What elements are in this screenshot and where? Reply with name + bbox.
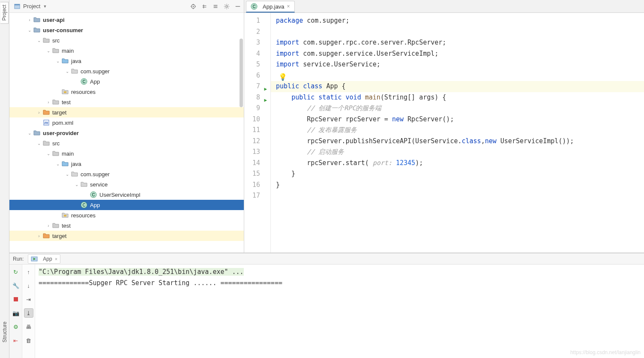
chevron-right-icon[interactable]: › xyxy=(45,223,51,228)
code-line[interactable]: import com.supger.service.UserServiceImp… xyxy=(276,48,644,60)
chevron-down-icon[interactable]: ⌄ xyxy=(27,131,33,135)
tree-row[interactable]: ›user-api xyxy=(9,15,244,25)
hide-icon[interactable] xyxy=(234,3,241,10)
editor-code[interactable]: 💡 package com.supger;import com.supger.r… xyxy=(271,13,644,253)
chevron-right-icon[interactable]: › xyxy=(45,100,51,105)
code-line[interactable]: rpcServer.start( port: 12345); xyxy=(276,158,644,169)
rail-tab-structure[interactable]: Structure xyxy=(1,319,9,345)
tree-row[interactable]: CApp xyxy=(9,200,244,210)
gutter-line[interactable]: 15 xyxy=(244,168,268,180)
chevron-down-icon[interactable]: ⌄ xyxy=(74,182,80,187)
tree-row[interactable]: ⌄java xyxy=(9,56,244,66)
gutter-line[interactable]: 12 xyxy=(244,136,268,147)
rerun-failed-icon[interactable]: ⚙ xyxy=(11,322,21,331)
gutter-line[interactable]: 7▶ xyxy=(244,81,268,92)
gutter-line[interactable]: 17 xyxy=(244,190,268,202)
chevron-down-icon[interactable]: ⌄ xyxy=(36,38,42,43)
chevron-down-icon[interactable]: ⌄ xyxy=(64,69,70,74)
rerun-button[interactable]: ↻ xyxy=(11,267,21,277)
rail-tab-project[interactable]: Project xyxy=(0,2,9,24)
code-line[interactable] xyxy=(276,27,644,38)
tree-row[interactable]: ⌄com.supger xyxy=(9,66,244,76)
scroll-to-end-icon[interactable]: ⤓ xyxy=(24,308,33,318)
gutter-line[interactable]: 10 xyxy=(244,114,268,125)
chevron-right-icon[interactable]: › xyxy=(27,18,33,22)
tree-row[interactable]: CUserServiceImpl xyxy=(9,190,244,200)
camera-icon[interactable]: 📷 xyxy=(11,308,21,318)
collapse-all-icon[interactable] xyxy=(212,3,219,10)
gear-icon[interactable] xyxy=(223,3,230,10)
gutter-line[interactable]: 6 xyxy=(244,70,268,81)
tree-row[interactable]: resources xyxy=(9,87,244,97)
code-line[interactable]: } xyxy=(276,180,644,191)
wrench-icon[interactable]: 🔧 xyxy=(11,281,21,290)
chevron-down-icon[interactable]: ⌄ xyxy=(45,48,51,53)
gutter-line[interactable]: 11 xyxy=(244,125,268,136)
gutter-line[interactable]: 13 xyxy=(244,147,268,158)
intention-bulb-icon[interactable]: 💡 xyxy=(279,72,287,83)
code-line[interactable]: public class App { xyxy=(271,81,644,92)
locate-icon[interactable] xyxy=(190,3,197,10)
code-line[interactable]: RpcServer rpcServer = new RpcServer(); xyxy=(276,114,644,125)
gutter-line[interactable]: 5 xyxy=(244,59,268,70)
code-line[interactable]: rpcServer.publishServiceAPI(UserService.… xyxy=(276,136,644,147)
gutter-line[interactable]: 1 xyxy=(244,15,268,27)
tree-row[interactable]: CApp xyxy=(9,76,244,87)
code-line[interactable]: } xyxy=(276,168,644,180)
editor-tab-app[interactable]: C App.java × xyxy=(246,1,295,13)
exit-icon[interactable]: ⇤ xyxy=(11,336,21,345)
project-tree[interactable]: ›user-api⌄user-consumer⌄src⌄main⌄java⌄co… xyxy=(9,13,244,253)
tree-row[interactable]: ⌄main xyxy=(9,45,244,56)
chevron-right-icon[interactable]: › xyxy=(36,234,42,238)
gutter-line[interactable]: 3 xyxy=(244,37,268,48)
gutter-line[interactable]: 14 xyxy=(244,158,268,169)
tree-row[interactable]: ⌄src xyxy=(9,35,244,45)
code-line[interactable]: import com.supger.rpc.core.server.RpcSer… xyxy=(276,37,644,48)
gutter-line[interactable]: 8▶ xyxy=(244,92,268,103)
code-line[interactable] xyxy=(276,190,644,202)
expand-all-icon[interactable] xyxy=(201,3,208,10)
tree-row[interactable]: ⌄service xyxy=(9,179,244,190)
close-icon[interactable]: × xyxy=(55,256,57,262)
tree-row[interactable]: ⌄user-consumer xyxy=(9,25,244,35)
tree-row[interactable]: ›test xyxy=(9,97,244,107)
gutter-line[interactable]: 2 xyxy=(244,27,268,38)
chevron-down-icon[interactable]: ⌄ xyxy=(36,141,42,146)
tree-row[interactable]: ›target xyxy=(9,231,244,241)
editor-gutter[interactable]: 1234567▶8▶91011121314151617 xyxy=(244,13,271,253)
down-icon[interactable]: ↓ xyxy=(24,281,33,290)
tree-row[interactable]: mpom.xml xyxy=(9,117,244,128)
code-line[interactable]: import service.UserService; xyxy=(276,59,644,70)
tree-row[interactable]: resources xyxy=(9,210,244,220)
close-icon[interactable]: × xyxy=(287,3,290,9)
tree-row[interactable]: ⌄com.supger xyxy=(9,169,244,179)
trash-icon[interactable]: 🗑 xyxy=(24,336,33,345)
chevron-down-icon[interactable]: ⌄ xyxy=(27,28,33,33)
chevron-down-icon[interactable]: ⌄ xyxy=(45,151,51,156)
code-line[interactable]: // 发布暴露服务 xyxy=(276,125,644,136)
soft-wrap-icon[interactable]: ⇥ xyxy=(24,295,33,304)
tree-row[interactable]: ⌄java xyxy=(9,159,244,169)
tree-row[interactable]: ⌄user-provider xyxy=(9,128,244,138)
code-line[interactable] xyxy=(276,70,644,81)
stop-button[interactable] xyxy=(11,295,21,304)
chevron-down-icon[interactable]: ⌄ xyxy=(55,59,61,63)
code-line[interactable]: // 创建一个RPC的服务端 xyxy=(276,103,644,114)
chevron-down-icon[interactable]: ▼ xyxy=(43,4,47,9)
scrollbar-thumb[interactable] xyxy=(240,39,243,107)
up-icon[interactable]: ↑ xyxy=(24,267,33,277)
run-console[interactable]: "C:\Program Files\Java\jdk1.8.0_251\bin\… xyxy=(35,265,644,358)
chevron-down-icon[interactable]: ⌄ xyxy=(55,162,61,166)
editor-body[interactable]: 1234567▶8▶91011121314151617 💡 package co… xyxy=(244,13,644,253)
tree-row[interactable]: ›test xyxy=(9,220,244,231)
gutter-line[interactable]: 16 xyxy=(244,180,268,191)
run-config-tab[interactable]: App × xyxy=(28,254,60,264)
code-line[interactable]: public static void main(String[] args) { xyxy=(276,92,644,103)
tree-row[interactable]: ⌄src xyxy=(9,138,244,148)
chevron-right-icon[interactable]: › xyxy=(36,110,42,115)
code-line[interactable]: // 启动服务 xyxy=(276,147,644,158)
chevron-down-icon[interactable]: ⌄ xyxy=(64,172,70,177)
code-line[interactable]: package com.supger; xyxy=(276,15,644,27)
tree-row[interactable]: ⌄main xyxy=(9,148,244,159)
tree-row[interactable]: ›target xyxy=(9,107,244,117)
